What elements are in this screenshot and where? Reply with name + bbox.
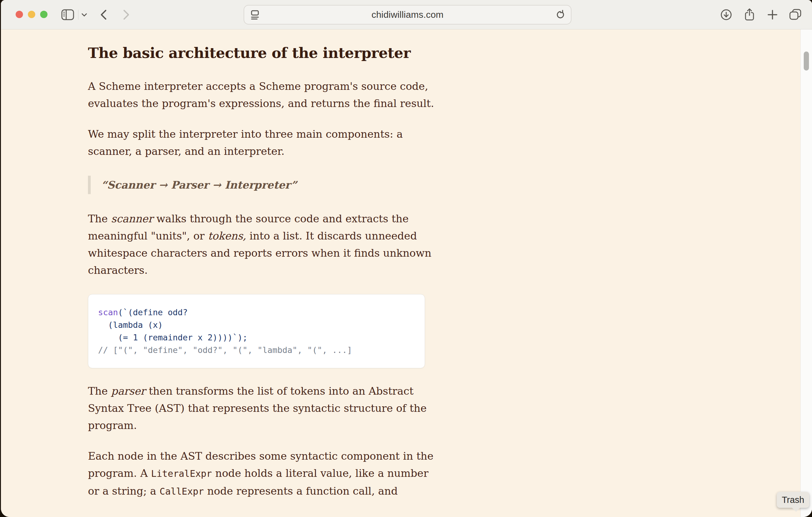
forward-icon (123, 9, 129, 20)
new-tab-button[interactable] (767, 10, 777, 20)
forward-button[interactable] (123, 9, 129, 20)
article: The basic architecture of the interprete… (88, 44, 517, 500)
downloads-button[interactable] (720, 9, 732, 21)
close-window-button[interactable] (16, 11, 23, 18)
tab-overview-button[interactable] (789, 8, 802, 21)
browser-toolbar: chidiwilliams.com (1, 0, 812, 29)
scrollbar-thumb[interactable] (804, 52, 809, 71)
tab-overview-icon (789, 8, 802, 21)
address-bar[interactable]: chidiwilliams.com (243, 5, 572, 25)
back-button[interactable] (100, 9, 107, 20)
share-icon (744, 8, 755, 22)
paragraph-intro: A Scheme interpreter accepts a Scheme pr… (88, 78, 440, 112)
trash-tooltip: Trash (777, 492, 809, 508)
paragraph-components: We may split the interpreter into three … (88, 126, 440, 160)
url-text[interactable]: chidiwilliams.com (244, 9, 571, 20)
zoom-window-button[interactable] (40, 11, 48, 18)
paragraph-parser: The parser then transforms the list of t… (88, 382, 440, 434)
scrollbar-track[interactable] (800, 29, 812, 517)
paragraph-scanner: The scanner walks through the source cod… (88, 210, 440, 279)
blockquote-pipeline: “Scanner → Parser → Interpreter” (88, 176, 440, 194)
page-content: The basic architecture of the interprete… (1, 29, 812, 517)
sidebar-toggle-icon (61, 8, 75, 21)
page-title: The basic architecture of the interprete… (88, 44, 517, 62)
sidebar-menu-button[interactable] (81, 13, 87, 17)
downloads-icon (720, 9, 732, 21)
traffic-lights (16, 11, 48, 18)
trash-tooltip-label: Trash (782, 495, 804, 505)
new-tab-icon (767, 10, 777, 20)
back-icon (100, 9, 107, 20)
code-block-scan-example: scan(`(define odd? (lambda (x) (= 1 (rem… (88, 294, 425, 368)
browser-window: chidiwilliams.com (1, 0, 812, 517)
paragraph-ast-nodes: Each node in the AST describes some synt… (88, 447, 440, 500)
share-button[interactable] (744, 8, 755, 22)
toolbar-separator (78, 10, 79, 20)
sidebar-toggle-button[interactable] (61, 8, 75, 21)
chevron-down-icon (81, 13, 87, 17)
minimize-window-button[interactable] (28, 11, 35, 18)
